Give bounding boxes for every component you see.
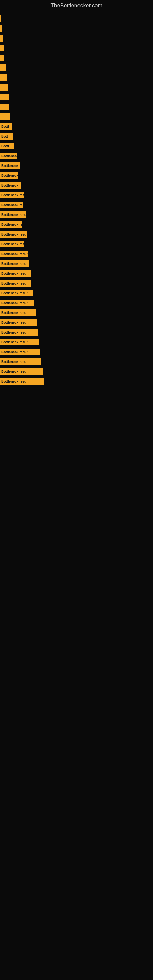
bar-row: Bott	[0, 132, 153, 141]
bar-item: Bottleneck result	[0, 280, 31, 286]
bar-item: Bottleneck result	[0, 211, 26, 218]
bar-row	[0, 102, 153, 111]
bar-row: Bottlenec	[0, 151, 153, 161]
bar-item: Bottlenec	[0, 153, 17, 159]
bar-item	[0, 35, 3, 41]
bar-row: Bottleneck resu	[0, 240, 153, 249]
bar-row: Bottleneck result	[0, 367, 153, 376]
bar-row: Bottleneck result	[0, 337, 153, 347]
bar-row: Bottleneck result	[0, 279, 153, 288]
bar-item	[0, 74, 7, 81]
bars-container: BottlBottBottlBottlenecBottleneck resBot…	[0, 13, 153, 386]
bar-row: Bottleneck result	[0, 249, 153, 258]
bar-row: Bottl	[0, 122, 153, 131]
bar-item	[0, 94, 9, 100]
bar-row	[0, 112, 153, 121]
bar-row	[0, 34, 153, 43]
bar-row: Bottleneck re	[0, 220, 153, 229]
bar-row: Bottleneck result	[0, 259, 153, 268]
bar-item	[0, 45, 4, 51]
bar-item: Bottl	[0, 143, 14, 150]
bar-row	[0, 43, 153, 52]
bar-item: Bottleneck result	[0, 299, 34, 306]
bar-row	[0, 63, 153, 72]
bar-item: Bottleneck result	[0, 290, 33, 296]
bar-item	[0, 113, 10, 120]
bar-item: Bottleneck resu	[0, 202, 23, 208]
bar-item: Bottleneck result	[0, 192, 24, 199]
bar-row: Bottleneck result	[0, 230, 153, 239]
bar-row	[0, 24, 153, 33]
bar-row: Bottl	[0, 142, 153, 151]
bar-row	[0, 14, 153, 23]
bar-row: Bottleneck result	[0, 377, 153, 386]
bar-row: Bottleneck resu	[0, 181, 153, 190]
bar-item: Bottleneck result	[0, 358, 41, 365]
bar-item: Bottleneck result	[0, 319, 37, 326]
bar-item: Bottleneck result	[0, 309, 36, 316]
bar-row	[0, 73, 153, 82]
bar-item	[0, 64, 6, 71]
bar-item	[0, 84, 8, 91]
bar-item: Bottleneck result	[0, 368, 43, 375]
bar-item: Bottleneck result	[0, 329, 38, 336]
bar-item: Bottleneck re	[0, 221, 22, 228]
bar-row: Bottleneck result	[0, 347, 153, 356]
bar-item: Bottleneck	[0, 172, 18, 179]
bar-row: Bottleneck resu	[0, 200, 153, 210]
site-title: TheBottlenecker.com	[0, 0, 153, 13]
bar-item: Bott	[0, 133, 13, 140]
bar-row: Bottleneck result	[0, 191, 153, 200]
bar-item	[0, 25, 2, 32]
bar-item: Bottleneck result	[0, 250, 28, 257]
bar-row: Bottleneck result	[0, 328, 153, 337]
bar-row: Bottleneck res	[0, 161, 153, 170]
bar-item	[0, 103, 9, 110]
bar-row	[0, 53, 153, 62]
bar-row	[0, 92, 153, 102]
bar-row: Bottleneck	[0, 171, 153, 180]
bar-item: Bottleneck result	[0, 339, 39, 345]
bar-item	[0, 15, 1, 22]
bar-row: Bottleneck result	[0, 308, 153, 317]
bar-row: Bottleneck result	[0, 269, 153, 278]
bar-item: Bottleneck resu	[0, 241, 24, 247]
bar-row	[0, 83, 153, 92]
bar-row: Bottleneck result	[0, 210, 153, 219]
bar-item: Bottl	[0, 123, 12, 130]
bar-item: Bottleneck result	[0, 378, 45, 385]
bar-row: Bottleneck result	[0, 318, 153, 327]
bar-item: Bottleneck result	[0, 348, 40, 355]
bar-item	[0, 54, 4, 61]
bar-item: Bottleneck res	[0, 162, 20, 169]
bar-item: Bottleneck result	[0, 231, 27, 238]
bar-item: Bottleneck resu	[0, 182, 21, 189]
bar-item: Bottleneck result	[0, 260, 29, 267]
bar-row: Bottleneck result	[0, 288, 153, 298]
bar-row: Bottleneck result	[0, 298, 153, 307]
bar-row: Bottleneck result	[0, 357, 153, 366]
bar-item: Bottleneck result	[0, 270, 30, 277]
